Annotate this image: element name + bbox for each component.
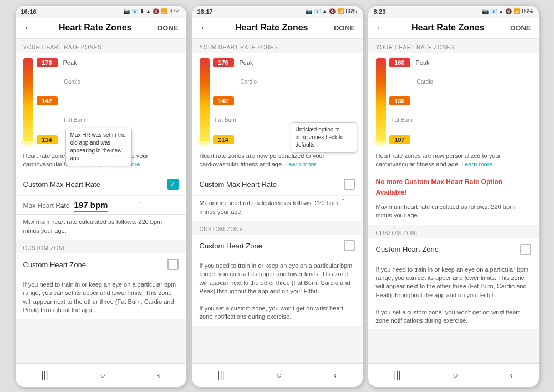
status-icons-3: 📷📧▲🔇📶86% bbox=[482, 8, 533, 14]
custom-zone-row-3[interactable]: Custom Heart Zone bbox=[368, 238, 539, 261]
custom-zone-label-1: Custom Heart Zone bbox=[23, 261, 86, 269]
learn-more-2[interactable]: Learn more bbox=[285, 161, 316, 167]
custom-zone-section-3: CUSTOM ZONE bbox=[368, 225, 539, 238]
badge-peak-3: 160 bbox=[389, 58, 410, 67]
bar-glow-2 bbox=[196, 136, 213, 147]
back-button-3[interactable]: ← bbox=[376, 22, 386, 34]
calc-text-3: Maximum heart rate calculated as follows… bbox=[368, 200, 539, 225]
bottom-nav-2: ||| ○ ‹ bbox=[192, 363, 363, 387]
phone-1: 16:16 📷📧⬇▲🔇📶87% ← Heart Rate Zones DONE … bbox=[15, 5, 187, 388]
nav-menu-2[interactable]: ||| bbox=[211, 368, 231, 383]
nav-back-1[interactable]: ‹ bbox=[150, 368, 166, 383]
arrow-1: ↙ bbox=[61, 202, 67, 210]
max-hr-row-1: Max Heart Rate 197 bpm bbox=[16, 196, 186, 215]
custom-zone-row-2[interactable]: Custom Heart Zone bbox=[192, 235, 363, 257]
zone-entry-cardio-2: 142 bbox=[213, 96, 355, 105]
zone-entry-cardio-3: 130 bbox=[389, 96, 531, 105]
done-button-2[interactable]: DONE bbox=[334, 24, 355, 32]
custom-max-hr-row-1[interactable]: Custom Max Heart Rate bbox=[16, 173, 186, 196]
status-bar-3: 6:23 📷📧▲🔇📶86% bbox=[368, 6, 539, 18]
phone-2: 16:17 📷📧▲🔇📶86% ← Heart Rate Zones DONE Y… bbox=[191, 5, 363, 388]
bar-glow-1 bbox=[20, 136, 37, 147]
custom-max-hr-checkbox-1[interactable] bbox=[167, 179, 179, 190]
top-bar-2: ← Heart Rate Zones DONE bbox=[192, 18, 363, 39]
nav-home-1[interactable]: ○ bbox=[93, 368, 112, 383]
custom-zone-desc-2: If you need to train in or keep an eye o… bbox=[192, 257, 363, 326]
red-annotation-container: No more Custom Max Heart Rate Option Ava… bbox=[368, 173, 539, 200]
time-3: 6:23 bbox=[374, 8, 386, 15]
zone-entry-peak-1: 176 Peak bbox=[37, 58, 179, 67]
top-bar-3: ← Heart Rate Zones DONE bbox=[368, 18, 539, 39]
nav-menu-3[interactable]: ||| bbox=[387, 368, 407, 383]
back-button-2[interactable]: ← bbox=[200, 22, 210, 34]
zone-entry-cardio-1: 142 bbox=[37, 96, 179, 105]
phones-container: 16:16 📷📧⬇▲🔇📶87% ← Heart Rate Zones DONE … bbox=[11, 1, 544, 392]
badge-fatburn-1: 114 bbox=[37, 135, 58, 144]
calc-text-2: Maximum heart rate calculated as follows… bbox=[192, 196, 363, 221]
custom-max-hr-checkbox-2[interactable] bbox=[344, 179, 355, 190]
section-label-2: YOUR HEART RATE ZONES bbox=[192, 39, 363, 53]
custom-zone-section-1: CUSTOM ZONE bbox=[16, 240, 186, 253]
zone-name-peak-2: Peak bbox=[240, 59, 253, 66]
learn-more-3[interactable]: Learn more bbox=[461, 161, 492, 167]
page-title-1: Heart Rate Zones bbox=[59, 23, 132, 33]
back-button-1[interactable]: ← bbox=[23, 22, 33, 34]
content-3: YOUR HEART RATE ZONES 160 Peak Cardio 13… bbox=[368, 39, 539, 363]
custom-max-hr-label-1: Custom Max Heart Rate bbox=[23, 180, 100, 189]
red-annotation-3: No more Custom Max Heart Rate Option Ava… bbox=[376, 178, 503, 196]
gradient-bar-2 bbox=[200, 58, 210, 141]
time-2: 16:17 bbox=[197, 8, 213, 15]
badge-peak-2: 176 bbox=[213, 58, 234, 67]
custom-zone-checkbox-2[interactable] bbox=[344, 240, 355, 251]
badge-fatburn-2: 114 bbox=[213, 135, 234, 144]
custom-zone-row-1[interactable]: Custom Heart Zone bbox=[16, 253, 186, 276]
zone-fatburn-label-1: Fat Burn bbox=[37, 117, 179, 123]
zone-cardio-label-3: Cardio bbox=[389, 79, 531, 85]
custom-zone-checkbox-3[interactable] bbox=[520, 244, 531, 255]
badge-peak-1: 176 bbox=[37, 58, 58, 67]
content-2: YOUR HEART RATE ZONES 176 Peak Cardio 14… bbox=[192, 39, 363, 363]
custom-max-hr-row-2[interactable]: Custom Max Heart Rate bbox=[192, 173, 363, 196]
nav-back-2[interactable]: ‹ bbox=[327, 368, 343, 383]
badge-fatburn-3: 107 bbox=[389, 135, 410, 144]
status-icons-2: 📷📧▲🔇📶86% bbox=[306, 8, 357, 14]
page-title-3: Heart Rate Zones bbox=[411, 23, 485, 33]
bottom-nav-3: ||| ○ ‹ bbox=[368, 363, 539, 387]
annotation-bubble-2: Unticked option to bring zones back to d… bbox=[291, 122, 357, 153]
description-3: Heart rate zones are now personalized to… bbox=[368, 147, 539, 174]
custom-zone-label-3: Custom Heart Zone bbox=[376, 245, 439, 253]
zones-right-3: 160 Peak Cardio 130 Fat Burn 107 bbox=[389, 58, 531, 144]
done-button-1[interactable]: DONE bbox=[157, 24, 179, 32]
arrow-3: ↓ bbox=[342, 194, 345, 202]
zone-fatburn-label-3: Fat Burn bbox=[389, 117, 531, 123]
gradient-bar-3 bbox=[376, 58, 386, 141]
bar-glow-3 bbox=[373, 136, 389, 147]
zone-name-peak-1: Peak bbox=[63, 59, 77, 66]
custom-zone-checkbox-1[interactable] bbox=[167, 259, 179, 270]
bottom-nav-1: ||| ○ ‹ bbox=[16, 363, 186, 387]
status-bar-1: 16:16 📷📧⬇▲🔇📶87% bbox=[16, 6, 186, 18]
gradient-bar-1 bbox=[23, 58, 33, 141]
nav-menu-1[interactable]: ||| bbox=[34, 368, 54, 383]
section-label-3: YOUR HEART RATE ZONES bbox=[368, 39, 539, 53]
zone-name-cardio-label-1: Cardio bbox=[37, 79, 179, 85]
zone-entry-peak-2: 176 Peak bbox=[213, 58, 355, 67]
annotation-bubble-1: Max HR was set in the old app and was ap… bbox=[65, 128, 132, 166]
section-label-1: YOUR HEART RATE ZONES bbox=[16, 39, 186, 53]
time-1: 16:16 bbox=[21, 8, 37, 15]
arrow-2: ↓ bbox=[138, 197, 141, 205]
nav-home-3[interactable]: ○ bbox=[446, 368, 465, 383]
phone-3: 6:23 📷📧▲🔇📶86% ← Heart Rate Zones DONE YO… bbox=[368, 5, 540, 388]
done-button-3[interactable]: DONE bbox=[510, 24, 531, 32]
zone-entry-peak-3: 160 Peak bbox=[389, 58, 531, 67]
custom-zone-section-2: CUSTOM ZONE bbox=[192, 221, 363, 235]
zone-name-cardio-label-2: Cardio bbox=[213, 79, 355, 85]
nav-home-2[interactable]: ○ bbox=[270, 368, 288, 383]
custom-zone-desc-3: If you need to train in or keep an eye o… bbox=[368, 261, 539, 330]
status-bar-2: 16:17 📷📧▲🔇📶86% bbox=[192, 6, 363, 18]
top-bar-1: ← Heart Rate Zones DONE bbox=[16, 18, 186, 39]
custom-max-hr-label-2: Custom Max Heart Rate bbox=[200, 180, 277, 189]
badge-cardio-3: 130 bbox=[389, 96, 410, 105]
nav-back-3[interactable]: ‹ bbox=[503, 368, 519, 383]
custom-zone-desc-1: If you need to train in or keep an eye o… bbox=[16, 276, 186, 319]
